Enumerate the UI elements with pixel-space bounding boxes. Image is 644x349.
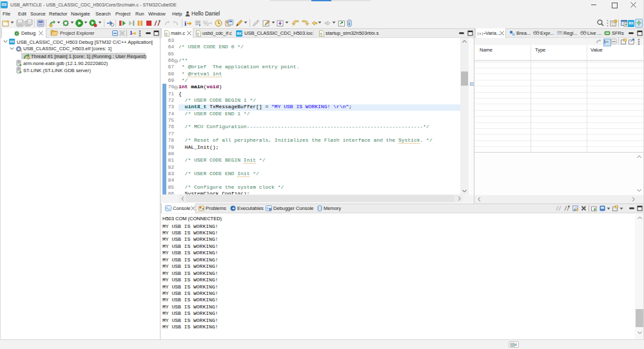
svg-text:%: % xyxy=(203,20,209,27)
svg-text:i: i xyxy=(184,19,186,27)
svg-text:(x)=: (x)= xyxy=(477,32,485,36)
